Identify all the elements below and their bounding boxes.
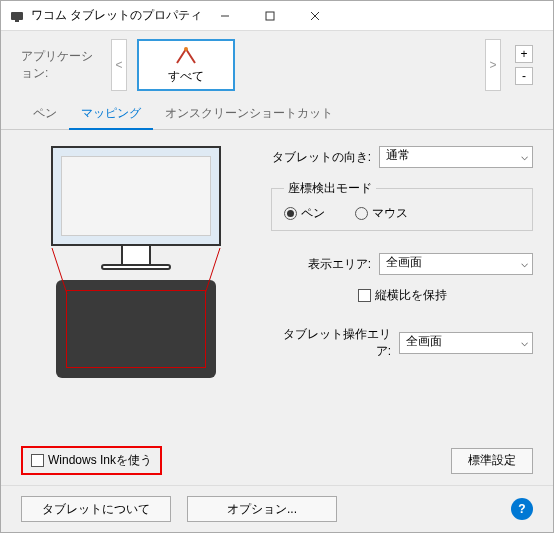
- orientation-label: タブレットの向き:: [271, 149, 371, 166]
- windows-ink-highlight: Windows Inkを使う: [21, 446, 162, 475]
- footer: タブレットについて オプション... ?: [1, 485, 553, 532]
- checkbox-icon: [31, 454, 44, 467]
- dialog-window: ワコム タブレットのプロパティ アプリケーション: < すべて > + - ペン…: [0, 0, 554, 533]
- titlebar: ワコム タブレットのプロパティ: [1, 1, 553, 31]
- about-tablet-button[interactable]: タブレットについて: [21, 496, 171, 522]
- windows-ink-checkbox[interactable]: Windows Inkを使う: [31, 452, 152, 469]
- close-button[interactable]: [292, 1, 337, 30]
- keep-aspect-checkbox[interactable]: 縦横比を保持: [358, 287, 447, 304]
- application-all[interactable]: すべて: [137, 39, 235, 91]
- minimize-button[interactable]: [202, 1, 247, 30]
- tablet-area-label: タブレット操作エリア:: [271, 326, 391, 360]
- all-apps-icon: [174, 46, 198, 66]
- svg-rect-0: [11, 12, 23, 20]
- remove-app-button[interactable]: -: [515, 67, 533, 85]
- maximize-button[interactable]: [247, 1, 292, 30]
- application-all-label: すべて: [168, 68, 204, 85]
- application-label: アプリケーション:: [21, 48, 101, 82]
- checkbox-icon: [358, 289, 371, 302]
- add-app-button[interactable]: +: [515, 45, 533, 63]
- settings-panel: タブレットの向き: 通常 座標検出モード ペン マウス 表示エリア:: [271, 146, 533, 469]
- app-scroll-right[interactable]: >: [485, 39, 501, 91]
- mode-pen-radio[interactable]: ペン: [284, 205, 325, 222]
- radio-icon: [355, 207, 368, 220]
- tab-pen[interactable]: ペン: [21, 99, 69, 129]
- coordinate-mode-legend: 座標検出モード: [284, 180, 376, 197]
- options-button[interactable]: オプション...: [187, 496, 337, 522]
- display-area-select[interactable]: 全画面: [379, 253, 533, 275]
- display-area-label: 表示エリア:: [271, 256, 371, 273]
- mode-mouse-radio[interactable]: マウス: [355, 205, 408, 222]
- content-area: タブレットの向き: 通常 座標検出モード ペン マウス 表示エリア:: [1, 130, 553, 485]
- coordinate-mode-group: 座標検出モード ペン マウス: [271, 180, 533, 231]
- tab-mapping[interactable]: マッピング: [69, 99, 153, 130]
- tablet-area-select[interactable]: 全画面: [399, 332, 533, 354]
- svg-rect-1: [15, 20, 19, 22]
- monitor-illustration: [51, 146, 221, 270]
- orientation-select[interactable]: 通常: [379, 146, 533, 168]
- tab-onscreen-shortcuts[interactable]: オンスクリーンショートカット: [153, 99, 345, 129]
- default-settings-button[interactable]: 標準設定: [451, 448, 533, 474]
- svg-point-6: [184, 47, 188, 51]
- app-icon: [9, 8, 25, 24]
- mapping-preview: [21, 146, 251, 469]
- tab-bar: ペン マッピング オンスクリーンショートカット: [1, 99, 553, 130]
- radio-icon: [284, 207, 297, 220]
- window-title: ワコム タブレットのプロパティ: [31, 7, 202, 24]
- app-scroll-left[interactable]: <: [111, 39, 127, 91]
- application-row: アプリケーション: < すべて > + -: [1, 31, 553, 99]
- help-button[interactable]: ?: [511, 498, 533, 520]
- svg-rect-3: [266, 12, 274, 20]
- tablet-illustration: [56, 280, 216, 378]
